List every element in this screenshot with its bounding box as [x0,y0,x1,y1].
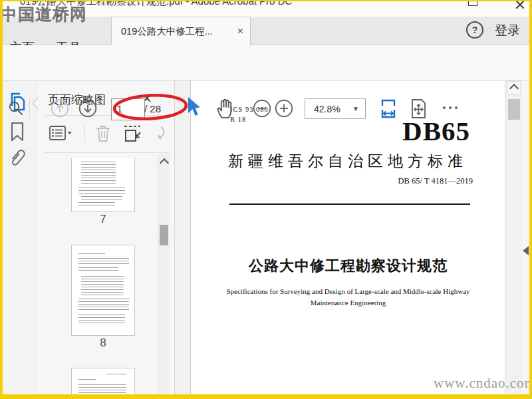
doc-standard-name: 新疆维吾尔自治区地方标准 [228,151,467,172]
collapse-tools-pane-icon[interactable] [523,246,529,255]
doc-title-english-line1: Specifications for Surveying and Design … [191,287,505,295]
document-canvas: ICS 93.080 R 18 DB65 新疆维吾尔自治区地方标准 DB 65/… [175,80,505,395]
panel-scrollbar-thumb[interactable] [160,225,168,245]
search-icon[interactable] [8,100,24,116]
more-tools-icon[interactable] [443,106,458,109]
close-tab-icon[interactable]: × [237,25,243,37]
close-window-icon[interactable] [516,2,524,10]
acrobat-window: 019公路大中修工程勘察设计规范.pdf - Adobe Acrobat Pro… [0,0,532,399]
hand-tool-icon[interactable] [215,98,235,119]
panel-toolbar-divider [84,124,85,143]
document-scrollbar[interactable] [505,80,522,395]
page-thumbnails-panel: 页面缩略图 × [37,80,175,395]
doc-title-chinese: 公路大中修工程勘察设计规范 [191,256,505,276]
window-border-top [0,0,532,1]
thumbnail-page-8[interactable] [71,245,135,336]
window-border-right [529,0,532,399]
main-toolbar: 1 / 28 42.8% ▼ [0,45,532,80]
rotate-page-icon[interactable] [150,125,166,142]
fit-one-page-icon[interactable] [410,98,428,119]
panel-scrollbar[interactable] [158,154,170,395]
pdf-page[interactable]: ICS 93.080 R 18 DB65 新疆维吾尔自治区地方标准 DB 65/… [190,80,505,395]
next-page-icon[interactable] [78,99,97,118]
insert-pages-icon[interactable] [122,124,142,142]
document-scrollbar-thumb[interactable] [508,99,520,120]
doc-standard-number: DB 65/ T 4181—2019 [398,176,473,186]
previous-page-icon[interactable] [51,99,69,118]
sign-in-button[interactable]: 登录 [495,22,520,39]
window-border-bottom [0,394,532,399]
scrolling-mode-icon[interactable] [379,98,398,119]
right-pane-strip [522,80,529,395]
page-number-input[interactable]: 1 [111,98,145,120]
attachments-icon[interactable] [8,147,28,170]
thumbnail-page-9[interactable] [71,368,135,395]
tab-document[interactable]: 019公路大中修工程... × [111,17,251,45]
zoom-level-dropdown[interactable]: 42.8% ▼ [305,98,366,119]
doc-title-english-line2: Maintenance Engineering [191,299,505,307]
site-watermark-bottomright: www.cndao.com [434,375,532,392]
doc-standard-code: DB65 [402,115,470,147]
window-border-left [0,0,3,399]
page-count-label: / 28 [144,103,161,114]
thumbnail-page-7-label: 7 [71,213,135,226]
help-icon[interactable]: ? [466,21,483,39]
site-watermark-topleft: 中国道桥网 [1,3,87,25]
thumbnail-page-8-label: 8 [71,336,135,350]
zoom-level-value: 42.8% [314,104,340,114]
select-tool-icon[interactable] [187,96,201,118]
doc-horizontal-rule [229,203,470,205]
zoom-in-icon[interactable] [275,99,293,118]
bookmarks-icon[interactable] [10,122,25,142]
zoom-out-icon[interactable] [253,99,271,118]
thumbnail-options-icon[interactable] [49,124,72,142]
panel-divider [44,152,170,153]
panel-notch-inner [33,98,38,108]
navigation-rail [0,80,37,395]
scroll-up-icon[interactable] [161,160,168,166]
delete-pages-icon[interactable] [94,124,112,142]
toolbar-divider [29,98,30,118]
document-tab-label: 019公路大中修工程... [121,25,213,38]
chevron-down-icon: ▼ [352,105,359,112]
scroll-up-icon[interactable] [507,81,521,95]
thumbnail-page-7[interactable] [71,158,135,212]
